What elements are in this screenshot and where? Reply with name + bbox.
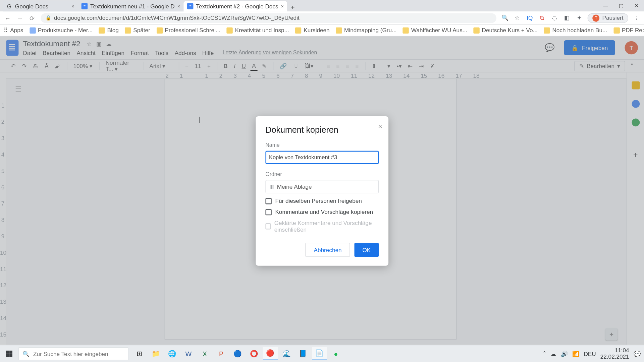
app-icon[interactable]: 🌐 — [165, 347, 180, 360]
close-icon[interactable]: × — [281, 4, 283, 9]
folder-icon — [544, 27, 550, 33]
bookmark-item[interactable]: Kursideen — [295, 27, 329, 34]
folder-select[interactable]: ▥ Meine Ablage — [265, 180, 379, 193]
tab-label: Textdokument neu #1 - Google D — [90, 3, 175, 10]
bookmark-item[interactable]: Kreativität und Insp... — [227, 27, 289, 34]
bookmark-item[interactable]: Mindmapping (Gru... — [336, 27, 396, 34]
notifications-icon[interactable]: 💬 — [634, 350, 641, 357]
folder-icon — [336, 27, 342, 33]
folder-icon — [613, 27, 620, 33]
forward-button[interactable]: → — [16, 14, 24, 21]
start-button[interactable] — [0, 350, 18, 357]
ext-icon[interactable]: ⧉ — [538, 14, 546, 21]
tab-label: Google Docs — [15, 3, 48, 10]
tab-textdokument-1[interactable]: ≡Textdokument neu #1 - Google D× — [78, 1, 184, 12]
bookmark-item[interactable]: Deutsche Kurs + Vo... — [473, 27, 537, 34]
back-button[interactable]: ← — [4, 14, 12, 21]
search-icon: 🔍 — [22, 350, 30, 357]
bookmark-item[interactable]: PDF Report — [613, 27, 644, 34]
folder-icon — [227, 27, 233, 33]
edge-icon[interactable]: 🌊 — [279, 347, 294, 360]
browser-tabstrip: GGoogle Docs× ≡Textdokument neu #1 - Goo… — [0, 0, 644, 11]
close-dialog-button[interactable]: × — [378, 122, 382, 130]
windows-taskbar: 🔍Zur Suche Text hier eingeben ⊞ 📁 🌐 W X … — [0, 345, 644, 362]
excel-icon[interactable]: X — [197, 347, 212, 360]
dialog-title: Dokument kopieren — [265, 125, 379, 135]
app-icon[interactable]: 🔵 — [230, 347, 245, 360]
maximize-button[interactable]: ▢ — [613, 0, 629, 11]
bookmark-item[interactable]: Später — [125, 27, 150, 34]
bookmark-item[interactable]: Noch hochladen Bu... — [544, 27, 607, 34]
powerpoint-icon[interactable]: P — [214, 347, 229, 360]
tray-up-icon[interactable]: ˄ — [543, 350, 546, 357]
app-icon[interactable]: ⭕ — [247, 347, 262, 360]
favicon-google: G — [6, 3, 12, 9]
folder-icon — [30, 27, 36, 33]
zoom-icon[interactable]: 🔍 — [501, 15, 509, 21]
profile-chip[interactable]: TPausiert — [588, 13, 628, 23]
folder-icon — [156, 27, 162, 33]
folder-icon — [473, 27, 479, 33]
app-icon[interactable]: 📘 — [296, 347, 311, 360]
bookmark-item[interactable]: Produktsuche - Mer... — [30, 27, 93, 34]
omnibox[interactable]: 🔒 docs.google.com/document/d/1dGmfcW4CmW… — [41, 13, 496, 23]
chrome-icon[interactable]: 🔴 — [263, 347, 278, 360]
bookmark-item[interactable]: Blog — [99, 27, 118, 34]
onedrive-icon[interactable]: ☁ — [550, 350, 556, 357]
taskbar-search[interactable]: 🔍Zur Suche Text hier eingeben — [18, 347, 128, 360]
tab-label: Textdokument #2 - Google Docs — [196, 3, 278, 10]
ext-icon[interactable]: ◧ — [563, 15, 571, 21]
checkbox-icon — [265, 223, 271, 229]
checkbox-copy-comments[interactable]: Kommentare und Vorschläge kopieren — [265, 209, 379, 216]
minimize-button[interactable]: — — [598, 0, 613, 11]
notepad-icon[interactable]: 📄 — [312, 347, 327, 360]
checkbox-icon — [265, 198, 271, 204]
volume-icon[interactable]: 🔊 — [561, 350, 568, 357]
star-icon[interactable]: ☆ — [513, 15, 521, 21]
close-window-button[interactable]: ✕ — [629, 0, 644, 11]
profile-label: Pausiert — [602, 15, 624, 21]
taskview-icon[interactable]: ⊞ — [132, 347, 147, 360]
checkbox-icon — [265, 209, 271, 215]
name-label: Name — [265, 142, 379, 148]
ext-icon[interactable]: ◌ — [550, 15, 558, 21]
word-icon[interactable]: W — [181, 347, 196, 360]
bookmark-item[interactable]: Wahlfächer WU Aus... — [403, 27, 467, 34]
explorer-icon[interactable]: 📁 — [148, 347, 163, 360]
new-tab-button[interactable]: + — [287, 4, 298, 12]
lock-icon: 🔒 — [45, 15, 51, 21]
bookmark-item[interactable]: Professionell Schrei... — [156, 27, 220, 34]
copy-document-dialog: × Dokument kopieren Name Ordner ▥ Meine … — [256, 116, 388, 266]
folder-icon — [125, 27, 131, 33]
bookmark-apps[interactable]: ⠿Apps — [4, 27, 23, 34]
folder-icon — [99, 27, 105, 33]
favicon-docs-icon: ≡ — [82, 3, 88, 9]
checkbox-share-same[interactable]: Für dieselben Personen freigeben — [265, 198, 379, 204]
close-icon[interactable]: × — [177, 4, 180, 9]
spotify-icon[interactable]: ● — [328, 347, 343, 360]
ext-icon[interactable]: IQ — [526, 15, 534, 21]
folder-icon — [403, 27, 409, 33]
menu-icon[interactable]: ⋮ — [633, 15, 641, 21]
bookmarks-bar: ⠿Apps Produktsuche - Mer... Blog Später … — [0, 25, 644, 36]
url-text: docs.google.com/document/d/1dGmfcW4CmW1g… — [54, 15, 300, 21]
folder-value: Meine Ablage — [277, 183, 312, 190]
avatar-initial: T — [593, 14, 600, 21]
folder-icon — [295, 27, 301, 33]
reload-button[interactable]: ⟳ — [28, 14, 36, 21]
ok-button[interactable]: OK — [355, 243, 379, 257]
lang-indicator[interactable]: DEU — [584, 350, 596, 357]
system-tray: ˄ ☁ 🔊 📶 DEU 11:0422.02.2021 💬 — [543, 347, 644, 360]
name-input[interactable] — [265, 151, 379, 164]
wifi-icon[interactable]: 📶 — [572, 350, 579, 357]
extensions-icon[interactable]: ✦ — [575, 15, 583, 21]
close-icon[interactable]: × — [71, 4, 74, 9]
cancel-button[interactable]: Abbrechen — [306, 243, 350, 257]
address-bar: ← → ⟳ 🔒 docs.google.com/document/d/1dGmf… — [0, 11, 644, 25]
tab-google-docs[interactable]: GGoogle Docs× — [3, 1, 78, 12]
apps-icon: ⠿ — [4, 27, 8, 34]
folder-label: Ordner — [265, 171, 379, 177]
clock[interactable]: 11:0422.02.2021 — [600, 347, 629, 360]
folder-icon: ▥ — [269, 183, 274, 189]
tab-textdokument-2[interactable]: ≡Textdokument #2 - Google Docs× — [184, 1, 287, 12]
